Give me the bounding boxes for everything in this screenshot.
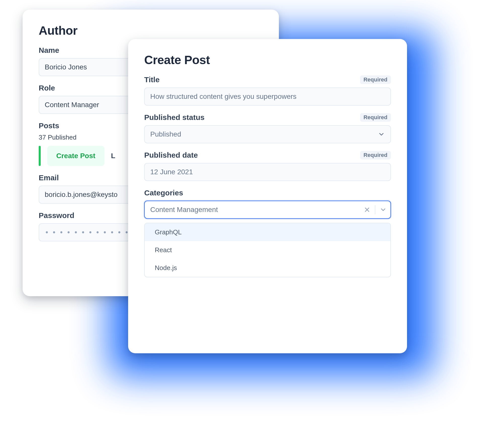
post-title-label: Title [144,75,160,84]
create-post-title: Create Post [144,53,391,67]
author-card-title: Author [39,24,263,37]
combobox-controls [363,205,387,214]
author-name-value: Boricio Jones [45,63,87,71]
categories-option-label: Node.js [155,264,177,272]
posts-trailing-text: L [111,146,115,166]
post-title-input[interactable]: How structured content gives you superpo… [144,88,391,106]
create-post-card: Create Post Title Required How structure… [128,39,407,353]
posts-accent-bar [39,146,41,166]
categories-option-label: React [155,246,172,254]
post-date-required-badge: Required [360,151,391,159]
post-status-label: Published status [144,113,205,122]
categories-dropdown: GraphQL React Node.js [144,223,391,277]
combobox-divider [375,205,375,214]
categories-option[interactable]: GraphQL [145,223,390,241]
post-title-label-row: Title Required [144,75,391,84]
post-title-required-badge: Required [360,75,391,84]
post-title-group: Title Required How structured content gi… [144,75,391,106]
author-email-value: boricio.b.jones@keysto [45,191,118,199]
post-date-label: Published date [144,151,198,159]
clear-icon[interactable] [363,205,371,214]
post-categories-value: Content Management [150,206,218,214]
chevron-down-icon [378,131,385,138]
post-status-group: Published status Required Published [144,113,391,143]
post-categories-combobox[interactable]: Content Management [144,201,391,219]
post-date-input[interactable]: 12 June 2021 [144,163,391,181]
post-status-label-row: Published status Required [144,113,391,122]
categories-option[interactable]: Node.js [145,259,390,277]
post-title-placeholder: How structured content gives you superpo… [150,93,296,101]
post-date-label-row: Published date Required [144,151,391,159]
chevron-down-icon[interactable] [379,205,387,214]
post-categories-label: Categories [144,189,183,197]
post-categories-label-row: Categories [144,189,391,197]
post-date-group: Published date Required 12 June 2021 [144,151,391,181]
post-status-value: Published [150,130,181,138]
post-status-required-badge: Required [360,113,391,122]
create-post-button[interactable]: Create Post [47,146,105,166]
create-post-button-label: Create Post [56,152,95,160]
post-status-select[interactable]: Published [144,125,391,143]
post-categories-group: Categories Content Management GraphQL [144,189,391,277]
categories-option[interactable]: React [145,241,390,259]
author-role-value: Content Manager [45,101,99,109]
categories-option-label: GraphQL [155,228,182,236]
post-date-value: 12 June 2021 [150,168,193,176]
